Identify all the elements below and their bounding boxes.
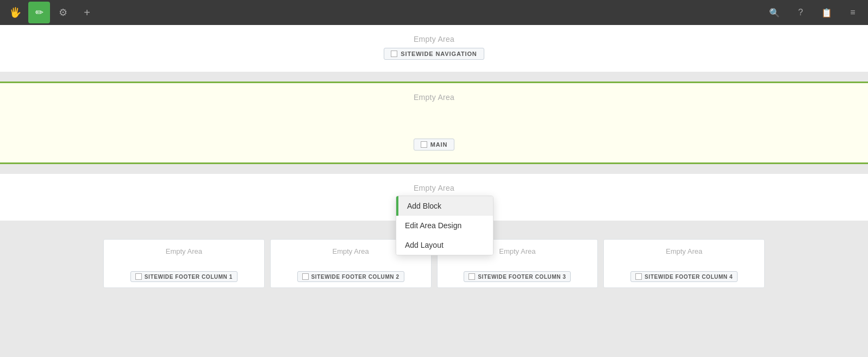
search-icon: 🔍 [769,8,780,18]
sitewide-navigation-empty-area: Empty Area [0,25,868,46]
toolbar: 🖐 ✏ ⚙ + 🔍 ? 📋 ≡ [0,0,868,25]
settings-button[interactable]: ⚙ [52,2,74,23]
hand-icon: 🖐 [9,7,21,18]
footer-col2-checkbox [302,273,309,280]
add-block-menu-item[interactable]: Add Block [398,196,493,216]
edit-icon: ✏ [35,7,43,18]
context-menu-item-wrapper-add-block: Add Block [396,196,493,216]
edit-tool-button[interactable]: ✏ [28,2,50,23]
footer-col1-empty-label: Empty Area [166,247,202,255]
edit-area-design-label: Edit Area Design [405,221,461,230]
footer-col2-tag-label: SITEWIDE FOOTER COLUMN 2 [311,274,399,280]
clipboard-button[interactable]: 📋 [816,2,838,23]
settings-icon: ⚙ [59,7,67,18]
gap-1 [0,72,868,82]
help-button[interactable]: ? [790,2,811,23]
main-checkbox [421,141,427,148]
footer-col3-tag-label: SITEWIDE FOOTER COLUMN 3 [478,274,566,280]
gap-2 [0,164,868,174]
user-settings-button[interactable]: ≡ [842,2,864,23]
footer-col2-empty-label: Empty Area [333,247,369,255]
footer-col3-empty-label: Empty Area [499,247,535,255]
sitewide-navigation-tag[interactable]: SITEWIDE NAVIGATION [384,48,484,60]
footer-column-4: Empty Area SITEWIDE FOOTER COLUMN 4 [603,239,765,288]
add-layout-menu-item[interactable]: Add Layout [396,235,493,255]
footer-column-1: Empty Area SITEWIDE FOOTER COLUMN 1 [103,239,265,288]
sitewide-nav-empty-label: Empty Area [0,35,868,43]
main-tag[interactable]: MAIN [414,139,455,151]
main-tag-label: MAIN [430,141,448,148]
sitewide-navigation-checkbox [391,51,397,57]
page-editor: Empty Area SITEWIDE NAVIGATION Empty Are… [0,25,868,357]
footer-col2-tag[interactable]: SITEWIDE FOOTER COLUMN 2 [297,271,404,282]
footer-col1-tag-label: SITEWIDE FOOTER COLUMN 1 [145,274,233,280]
main-section: Empty Area Add Block Edit Area Design Ad… [0,82,868,164]
context-menu-item-wrapper-edit-area: Edit Area Design [396,216,493,235]
footer-col4-tag[interactable]: SITEWIDE FOOTER COLUMN 4 [630,271,738,282]
user-settings-icon: ≡ [850,8,855,17]
footer-col4-empty-label: Empty Area [666,247,702,255]
edit-area-design-menu-item[interactable]: Edit Area Design [396,216,493,235]
clipboard-icon: 📋 [821,8,832,18]
page-footer-empty-area: Empty Area [0,174,868,195]
hand-tool-button[interactable]: 🖐 [4,2,26,23]
footer-col1-tag[interactable]: SITEWIDE FOOTER COLUMN 1 [130,271,238,282]
context-menu-item-wrapper-add-layout: Add Layout [396,235,493,255]
add-block-label: Add Block [407,202,441,210]
sitewide-navigation-tag-label: SITEWIDE NAVIGATION [401,51,477,57]
main-bottom-divider [0,162,868,164]
page-footer-empty-label: Empty Area [0,184,868,192]
context-menu: Add Block Edit Area Design Add Layout [396,196,494,255]
footer-col1-checkbox [135,273,142,280]
footer-col4-checkbox [635,273,642,280]
footer-col4-tag-label: SITEWIDE FOOTER COLUMN 4 [645,274,733,280]
main-empty-label: Empty Area [0,93,868,102]
search-button[interactable]: 🔍 [764,2,785,23]
add-button[interactable]: + [76,2,98,23]
toolbar-right: 🔍 ? 📋 ≡ [764,2,864,23]
plus-icon: + [84,7,90,19]
sitewide-navigation-section: Empty Area SITEWIDE NAVIGATION [0,25,868,72]
main-empty-area: Empty Area [0,83,868,104]
add-layout-label: Add Layout [405,241,444,249]
footer-col3-tag[interactable]: SITEWIDE FOOTER COLUMN 3 [464,271,571,282]
help-icon: ? [798,8,803,17]
footer-col3-checkbox [469,273,475,280]
